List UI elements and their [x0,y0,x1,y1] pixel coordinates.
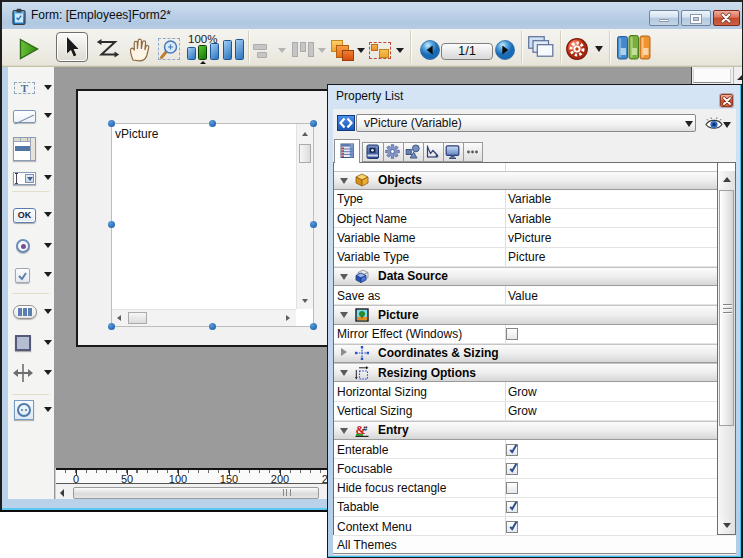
svg-text:#: # [363,424,368,433]
